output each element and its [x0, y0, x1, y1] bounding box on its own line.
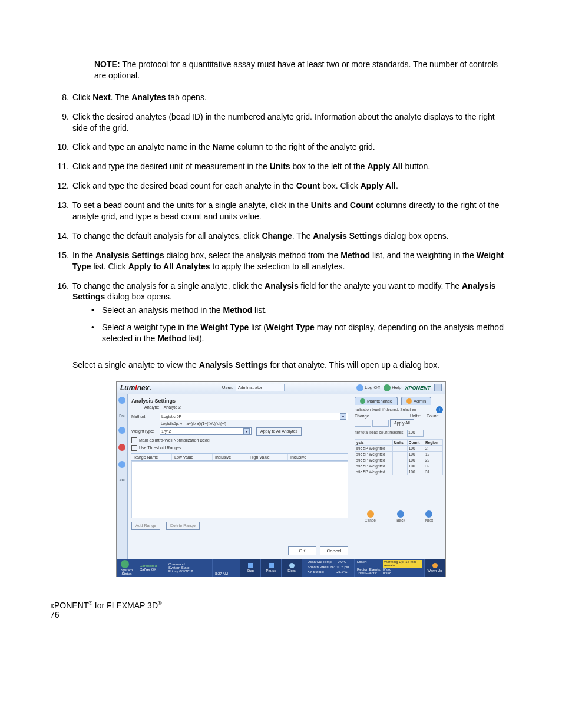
table-row: stic 5P Weighted10031: [355, 469, 443, 475]
product-logo: XPONENT: [405, 385, 431, 391]
table-row: stic 5P Weighted1002: [355, 445, 443, 451]
left-nav-rail: Pro Std: [117, 394, 128, 559]
note-text: The protocol for a quantitative assay mu…: [94, 60, 498, 80]
wrench-icon: [360, 398, 365, 404]
pause-icon: [269, 563, 274, 568]
logoff-icon: [356, 384, 363, 391]
rail-item-3[interactable]: [118, 444, 125, 452]
rail-item-1[interactable]: [118, 397, 125, 404]
ok-button[interactable]: OK: [288, 546, 316, 555]
tab-admin[interactable]: Admin: [401, 397, 431, 405]
warmup-button[interactable]: Warm Up: [425, 559, 445, 577]
sub-bullet-2: Select a weight type in the Weight Type …: [91, 322, 512, 344]
manual-page: NOTE: The protocol for a quantitative as…: [0, 0, 562, 643]
reach-input[interactable]: 100: [407, 430, 424, 437]
range-table-body: [131, 461, 348, 518]
table-row: stic 5P Weighted10022: [355, 457, 443, 463]
step-9: Click the desired analytes (bead ID) in …: [72, 111, 512, 134]
note-label: NOTE:: [94, 60, 120, 69]
pause-button[interactable]: Pause: [261, 559, 282, 577]
logoff-button[interactable]: Log Off: [356, 384, 380, 391]
step-11: Click and type the desired unit of measu…: [72, 161, 512, 172]
step-15: In the Analysis Settings dialog box, sel…: [72, 250, 512, 272]
help-icon: [384, 384, 391, 391]
rp-note: nalization bead, if desired. Select an: [355, 407, 443, 411]
units-input[interactable]: [355, 420, 371, 427]
method-label: Method:: [131, 414, 160, 419]
step-12: Click and type the desired bead count fo…: [72, 180, 512, 192]
weight-label: WeightType:: [131, 429, 160, 433]
embedded-screenshot: Luminex. User: Administrator Log Off Hel…: [50, 381, 512, 577]
analysis-settings-dialog: Analysis Settings Analyte: Analyte 2 Met…: [128, 394, 352, 559]
rail-icon: [118, 461, 125, 468]
checkbox-icon: [131, 445, 137, 451]
table-row: stic 5P Weighted10012: [355, 451, 443, 457]
rail-item-2[interactable]: [118, 427, 125, 434]
rp-col-header: ChangeUnits:Count:: [355, 414, 443, 418]
step-13: To set a bead count and the units for a …: [72, 200, 512, 222]
nav-next-button[interactable]: Next: [425, 510, 433, 522]
stop-icon: [248, 563, 253, 568]
user-field: Administrator: [236, 384, 285, 391]
next-icon: [425, 510, 432, 518]
dialog-title: Analysis Settings: [131, 398, 348, 404]
chevron-down-icon: ▾: [243, 428, 250, 434]
sub-bullet-list: Select an analysis method in the Method …: [72, 305, 512, 344]
info-icon[interactable]: i: [436, 406, 443, 413]
method-dropdown[interactable]: Logistic 5P▾: [160, 413, 348, 420]
app-header: Luminex. User: Administrator Log Off Hel…: [117, 382, 445, 394]
rail-item-4[interactable]: [118, 461, 125, 469]
warmup-icon: [432, 563, 438, 568]
add-range-button[interactable]: Add Range: [131, 522, 160, 530]
back-icon: [397, 510, 404, 518]
rail-icon: [118, 444, 125, 451]
help-button[interactable]: Help: [384, 384, 401, 391]
count-input[interactable]: [372, 420, 389, 427]
closing-paragraph: Select a single analyte to view the Anal…: [72, 360, 512, 371]
rail-label-pro: Pro: [119, 414, 124, 417]
step-list: 8.Click Next. The Analytes tab opens. 9.…: [50, 92, 512, 350]
page-footer: xPONENT® for FLEXMAP 3D® 76: [50, 595, 512, 620]
analyte-table: ysisUnitsCountRegion stic 5P Weighted100…: [355, 439, 443, 475]
cancel-icon: [367, 510, 374, 518]
window-control-icon[interactable]: [434, 384, 442, 391]
rail-icon: [118, 427, 125, 434]
admin-icon: [406, 398, 412, 404]
apply-all-button[interactable]: Apply All: [390, 419, 414, 427]
sub-bullet-1: Select an analysis method in the Method …: [91, 305, 512, 316]
note-block: NOTE: The protocol for a quantitative as…: [94, 59, 512, 81]
page-number: 76: [50, 610, 512, 620]
nav-cancel-button[interactable]: Cancel: [365, 510, 376, 522]
analyte-row: Analyte: Analyte 2: [131, 405, 348, 409]
step-10: Click and type an analyte name in the Na…: [72, 141, 512, 153]
delete-range-button[interactable]: Delete Range: [166, 522, 200, 530]
eject-button[interactable]: Eject: [282, 559, 302, 577]
step-8: Click Next. The Analytes tab opens.: [72, 92, 512, 103]
stop-button[interactable]: Stop: [240, 559, 261, 577]
rail-label-std: Std: [119, 478, 124, 482]
step-14: To change the default analysis for all a…: [72, 230, 512, 242]
use-threshold-checkbox[interactable]: Use Threshold Ranges: [131, 445, 348, 451]
mark-bead-checkbox[interactable]: Mark as Intra-Well Normalization Bead: [131, 437, 348, 443]
brand-logo: Luminex.: [120, 384, 151, 392]
app-window: Luminex. User: Administrator Log Off Hel…: [116, 381, 446, 577]
user-label: User:: [222, 385, 233, 390]
rail-icon: [118, 397, 125, 404]
cancel-button[interactable]: Cancel: [320, 546, 348, 555]
apply-to-all-analytes-button[interactable]: Apply to All Analytes: [256, 427, 302, 436]
table-row: stic 5P Weighted10032: [355, 463, 443, 469]
status-bar: System Status Connected CalVer OK Comman…: [117, 559, 445, 577]
tab-maintenance[interactable]: Maintenance: [355, 397, 398, 405]
weight-dropdown[interactable]: 1/y^2▾: [160, 427, 252, 435]
formula-text: Logistic5p: y = a+((b-a)/(1+((x/c)^d))^f…: [131, 421, 348, 426]
right-panel: Maintenance Admin i nalization bead, if …: [352, 394, 445, 559]
nav-back-button[interactable]: Back: [396, 510, 405, 522]
eject-icon: [289, 563, 295, 568]
status-ok-icon: [121, 560, 129, 568]
range-table-header: Range Name Low Value Inclusive High Valu…: [131, 453, 348, 461]
checkbox-icon: [131, 437, 137, 443]
chevron-down-icon: ▾: [340, 413, 346, 420]
step-16: To change the analysis for a single anal…: [72, 281, 512, 350]
